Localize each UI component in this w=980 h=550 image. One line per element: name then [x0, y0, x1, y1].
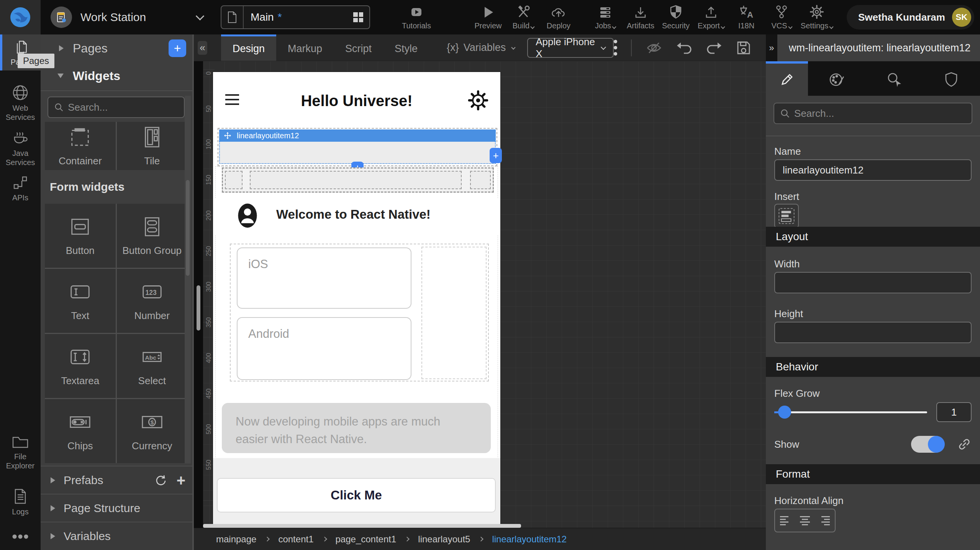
- more-options-icon[interactable]: [614, 40, 617, 56]
- widget-currency[interactable]: $ Currency: [117, 399, 188, 463]
- widget-number[interactable]: 123 Number: [117, 269, 188, 333]
- behavior-section-header[interactable]: Behavior: [766, 357, 980, 377]
- tab-style[interactable]: Style: [383, 34, 429, 61]
- widget-select[interactable]: Abc Select: [117, 334, 188, 398]
- bind-link-icon[interactable]: [957, 437, 972, 452]
- sidebar-item-file-explorer[interactable]: File Explorer: [0, 431, 41, 474]
- widget-button[interactable]: Button: [45, 204, 116, 268]
- topbar-action-export[interactable]: Export: [693, 5, 729, 30]
- project-switcher[interactable]: Work Station: [41, 7, 221, 28]
- sidebar-item-apis[interactable]: APIs: [0, 171, 41, 206]
- design-canvas[interactable]: 050 100150 200250 300350 400450 500550 H…: [194, 61, 766, 528]
- chevron-down-icon[interactable]: [196, 12, 205, 21]
- prefabs-accordion[interactable]: Prefabs +: [41, 466, 192, 494]
- align-right-icon[interactable]: [818, 514, 831, 527]
- page-structure-accordion[interactable]: Page Structure: [41, 494, 192, 522]
- flex-grow-value[interactable]: 1: [936, 402, 972, 422]
- click-me-button[interactable]: Click Me: [217, 478, 496, 512]
- layout-section-header[interactable]: Layout: [766, 227, 980, 247]
- device-select[interactable]: Apple iPhone X: [527, 38, 614, 58]
- tab-events[interactable]: [865, 61, 923, 96]
- panel-scrollbar[interactable]: [185, 96, 191, 463]
- app-logo[interactable]: [0, 0, 41, 34]
- tab-script[interactable]: Script: [334, 34, 383, 61]
- expand-panel-button[interactable]: »: [766, 34, 777, 61]
- widget-button-group[interactable]: Button Group: [117, 204, 188, 268]
- sidebar-item-more[interactable]: [0, 530, 41, 543]
- widget-text[interactable]: Text: [45, 269, 116, 333]
- sidebar-item-web-services[interactable]: Web Services: [0, 80, 41, 126]
- gear-icon[interactable]: [467, 90, 489, 113]
- save-icon[interactable]: [736, 40, 751, 56]
- tab-design[interactable]: Design: [221, 34, 276, 61]
- linearlayoutitem12-body[interactable]: [219, 142, 496, 164]
- empty-linearlayout-row[interactable]: [222, 167, 494, 193]
- redo-icon[interactable]: [706, 40, 722, 56]
- selected-widget-linearlayoutitem12[interactable]: linearlayoutitem12 + +: [218, 128, 497, 166]
- breadcrumb-mainpage[interactable]: mainpage: [216, 534, 256, 545]
- format-section-header[interactable]: Format: [766, 464, 980, 484]
- user-menu[interactable]: Swetha Kundaram SK: [847, 5, 974, 29]
- topbar-action-security[interactable]: Security: [658, 5, 693, 30]
- topbar-action-preview[interactable]: Preview: [470, 5, 506, 30]
- breadcrumb-linearlayoutitem12[interactable]: linearlayoutitem12: [492, 534, 567, 545]
- topbar-action-i18n[interactable]: A I18N: [729, 5, 764, 30]
- insert-linearlayoutitem-button[interactable]: [774, 204, 799, 228]
- grid-view-icon[interactable]: [352, 11, 364, 23]
- add-prefab-button[interactable]: +: [177, 475, 185, 486]
- canvas-vertical-scrollbar[interactable]: [194, 61, 203, 528]
- flex-grow-slider[interactable]: [774, 405, 927, 419]
- topbar-action-tutorials[interactable]: Tutorials: [399, 5, 434, 30]
- widget-textarea[interactable]: Textarea: [45, 334, 116, 398]
- collapse-left-panel-button[interactable]: «: [198, 41, 207, 55]
- height-input[interactable]: [774, 322, 972, 343]
- topbar-action-build[interactable]: Build: [506, 5, 541, 30]
- search-input[interactable]: [68, 101, 178, 113]
- empty-column[interactable]: [421, 247, 487, 379]
- width-input[interactable]: [774, 272, 972, 293]
- property-search-input[interactable]: [794, 108, 965, 119]
- variables-accordion[interactable]: Variables: [41, 522, 192, 550]
- undo-icon[interactable]: [676, 40, 692, 56]
- tab-markup[interactable]: Markup: [276, 34, 334, 61]
- add-widget-right-button[interactable]: +: [490, 148, 502, 163]
- show-toggle[interactable]: [911, 436, 944, 453]
- align-center-icon[interactable]: [798, 514, 811, 527]
- name-input[interactable]: [774, 159, 972, 181]
- property-search[interactable]: [774, 103, 972, 124]
- empty-layout-cell[interactable]: [225, 171, 243, 189]
- topbar-action-deploy[interactable]: Deploy: [541, 5, 576, 30]
- widget-container[interactable]: Container: [45, 122, 116, 170]
- breadcrumb-page-content1[interactable]: page_content1: [336, 534, 397, 545]
- topbar-action-vcs[interactable]: VCS: [764, 5, 799, 30]
- topbar-action-jobs[interactable]: Jobs: [588, 5, 623, 30]
- topbar-action-settings[interactable]: Settings: [799, 5, 834, 30]
- refresh-icon[interactable]: [154, 474, 167, 487]
- welcome-card[interactable]: Welcome to React Native!: [213, 199, 500, 235]
- toggle-visibility-icon[interactable]: [646, 40, 662, 56]
- add-page-button[interactable]: +: [169, 39, 186, 57]
- note-box[interactable]: Now developing mobile apps are much easi…: [222, 403, 491, 453]
- align-left-icon[interactable]: [778, 514, 792, 527]
- page-tab-main[interactable]: Main *: [221, 5, 370, 29]
- topbar-action-artifacts[interactable]: Artifacts: [623, 5, 658, 30]
- tab-security[interactable]: [923, 61, 980, 96]
- sidebar-item-java-services[interactable]: Java Services: [0, 126, 41, 171]
- platform-cards-container[interactable]: iOS Android: [230, 244, 489, 381]
- slider-thumb[interactable]: [778, 406, 791, 419]
- widget-chips[interactable]: Chips: [45, 399, 116, 463]
- widget-tile[interactable]: Tile: [117, 122, 188, 170]
- empty-layout-cell[interactable]: [470, 171, 491, 189]
- widgets-accordion[interactable]: Widgets: [41, 62, 192, 90]
- menu-icon[interactable]: [225, 94, 239, 105]
- variables-menu[interactable]: {x} Variables: [447, 34, 515, 61]
- tab-styles[interactable]: [808, 61, 865, 96]
- android-card[interactable]: Android: [237, 317, 411, 380]
- sidebar-item-logs[interactable]: Logs: [0, 484, 41, 520]
- ios-card[interactable]: iOS: [237, 247, 411, 309]
- pages-accordion[interactable]: Pages +: [41, 34, 192, 62]
- breadcrumb-content1[interactable]: content1: [278, 534, 313, 545]
- tab-properties[interactable]: [766, 61, 808, 96]
- selection-header[interactable]: linearlayoutitem12: [219, 129, 496, 142]
- canvas-horizontal-scrollbar[interactable]: [203, 524, 521, 528]
